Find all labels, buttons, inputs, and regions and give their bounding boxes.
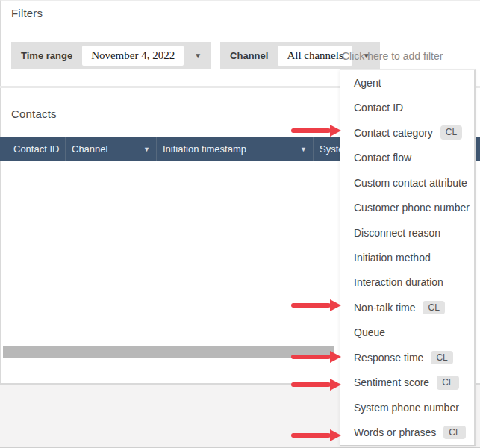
menu-item-response-time[interactable]: Response time CL: [340, 345, 474, 370]
arrow-head-icon: [330, 351, 341, 363]
arrow-body: [291, 303, 331, 308]
menu-item-system-phone-number[interactable]: System phone number: [340, 395, 474, 420]
menu-item-label: Interaction duration: [354, 276, 443, 288]
table-header-stub: [0, 137, 7, 161]
arrow-body: [291, 128, 331, 133]
cl-badge: CL: [431, 351, 452, 364]
menu-item-contact-category[interactable]: Contact category CL: [340, 120, 474, 145]
menu-item-label: Contact ID: [354, 102, 403, 113]
menu-item-label: Queue: [354, 326, 385, 338]
menu-item-customer-phone-number[interactable]: Customer phone number: [340, 195, 474, 220]
menu-item-label: Disconnect reason: [354, 227, 440, 239]
menu-item-disconnect-reason[interactable]: Disconnect reason: [340, 220, 474, 245]
menu-item-sentiment-score[interactable]: Sentiment score CL: [340, 370, 474, 395]
add-filter-input[interactable]: Click here to add filter: [342, 50, 443, 62]
menu-item-non-talk-time[interactable]: Non-talk time CL: [340, 295, 474, 320]
arrow-head-icon: [330, 299, 341, 311]
caret-down-icon[interactable]: ▼: [300, 146, 307, 153]
red-arrow-sentiment-score: [291, 379, 341, 391]
column-header-contact-id: Contact ID: [7, 137, 66, 161]
cl-badge: CL: [440, 125, 462, 139]
arrow-body: [291, 382, 331, 387]
menu-item-label: Sentiment score: [354, 376, 429, 388]
column-label: Initiation timestamp: [163, 143, 246, 155]
menu-item-initiation-method[interactable]: Initiation method: [340, 245, 474, 270]
caret-down-icon[interactable]: ▼: [143, 146, 150, 153]
filters-title: Filters: [11, 7, 43, 19]
arrow-body: [291, 355, 331, 359]
menu-item-agent[interactable]: Agent: [340, 70, 474, 95]
cl-badge: CL: [437, 376, 458, 389]
add-filter-dropdown-menu: Agent Contact ID Contact category CL Con…: [340, 69, 476, 446]
caret-down-icon[interactable]: ▼: [194, 52, 202, 60]
red-arrow-contact-category: [291, 125, 341, 137]
menu-item-label: Response time: [354, 352, 423, 364]
menu-item-label: Agent: [354, 77, 381, 89]
menu-item-contact-flow[interactable]: Contact flow: [340, 145, 474, 169]
column-header-initiation-timestamp[interactable]: Initiation timestamp ▼: [157, 137, 314, 161]
menu-item-label: Contact flow: [354, 152, 411, 164]
menu-item-label: Customer phone number: [354, 202, 470, 214]
menu-item-label: Custom contact attribute: [354, 177, 467, 189]
red-arrow-response-time: [291, 351, 341, 363]
arrow-head-icon: [330, 429, 341, 441]
menu-item-label: System phone number: [354, 402, 459, 414]
menu-item-label: Words or phrases: [354, 426, 436, 438]
menu-item-queue[interactable]: Queue: [340, 320, 474, 345]
time-range-label: Time range: [21, 50, 72, 61]
horizontal-scrollbar-thumb[interactable]: [3, 346, 334, 358]
time-range-filter: Time range November 4, 2022 ▼: [11, 42, 211, 69]
menu-item-label: Non-talk time: [354, 302, 415, 314]
filter-bar: Time range November 4, 2022 ▼ Channel Al…: [11, 42, 389, 69]
menu-item-words-or-phrases[interactable]: Words or phrases CL: [340, 420, 474, 445]
cl-badge: CL: [423, 301, 444, 314]
arrow-head-icon: [330, 379, 341, 391]
channel-label: Channel: [230, 50, 268, 61]
menu-item-interaction-duration[interactable]: Interaction duration: [340, 270, 474, 295]
column-label: Channel: [72, 143, 107, 155]
cl-badge: CL: [443, 426, 465, 439]
menu-item-label: Initiation method: [354, 252, 431, 264]
menu-item-label: Contact category: [354, 127, 433, 139]
red-arrow-words-or-phrases: [291, 429, 341, 441]
menu-item-custom-contact-attribute[interactable]: Custom contact attribute: [340, 170, 474, 195]
red-arrow-non-talk-time: [291, 299, 341, 311]
time-range-value[interactable]: November 4, 2022: [82, 46, 184, 66]
menu-item-contact-id[interactable]: Contact ID: [340, 95, 474, 119]
arrow-body: [291, 433, 331, 438]
arrow-head-icon: [330, 125, 341, 137]
column-label: Contact ID: [13, 143, 59, 155]
column-header-channel[interactable]: Channel ▼: [66, 137, 157, 161]
contacts-title: Contacts: [11, 108, 57, 120]
channel-value[interactable]: All channels: [278, 46, 352, 66]
